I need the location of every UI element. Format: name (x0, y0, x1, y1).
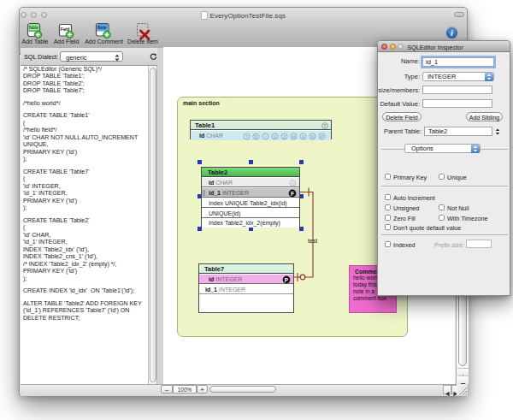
svg-text:i: i (451, 28, 453, 38)
svg-text:?: ? (323, 123, 327, 128)
svg-text:P: P (321, 133, 324, 139)
svg-text:N: N (311, 133, 315, 139)
svg-text:Table: Table (28, 26, 38, 30)
svg-text:D: D (255, 133, 258, 139)
svg-text:U: U (274, 133, 277, 139)
svg-text:I: I (265, 133, 266, 139)
svg-text:F: F (291, 191, 294, 197)
svg-text:M: M (292, 133, 295, 139)
svg-text:P: P (285, 277, 289, 283)
svg-text:Note: Note (97, 26, 106, 30)
svg-text:A: A (302, 133, 305, 139)
svg-text:?: ? (245, 133, 248, 139)
svg-text:U: U (292, 180, 295, 186)
svg-text:Z: Z (283, 133, 286, 139)
